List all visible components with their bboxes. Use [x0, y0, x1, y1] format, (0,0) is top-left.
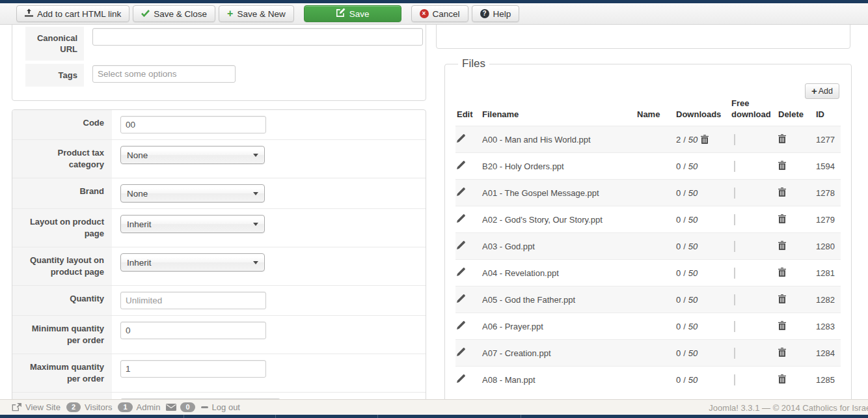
edit-file-icon[interactable] [457, 241, 465, 249]
file-name [636, 286, 675, 313]
edit-file-icon[interactable] [457, 294, 465, 303]
file-row: A05 - God the Father.ppt0/501282 [455, 286, 841, 313]
reset-downloads-icon[interactable] [701, 135, 709, 144]
cancel-icon: × [420, 9, 429, 18]
messages-item[interactable]: 0 [166, 402, 195, 412]
file-row: A03 - God.ppt0/501280 [455, 233, 841, 260]
free-download-checkbox[interactable] [734, 374, 735, 385]
quantity-label: Quantity [12, 286, 112, 315]
free-download-checkbox[interactable] [734, 241, 735, 252]
free-download-checkbox[interactable] [734, 268, 735, 279]
free-download-checkbox[interactable] [734, 188, 735, 199]
save-new-button[interactable]: + Save & New [219, 5, 294, 22]
file-name [636, 340, 675, 367]
min-quantity-label: Minimum quantity per order [12, 316, 112, 354]
delete-file-icon[interactable] [778, 188, 786, 197]
free-download-checkbox[interactable] [734, 161, 735, 172]
pencil-icon [457, 214, 465, 223]
file-row: A02 - God's Story, Our Story.ppt0/501279 [455, 206, 841, 233]
delete-file-icon[interactable] [778, 268, 786, 277]
trash-icon [778, 348, 786, 357]
quantity-input[interactable] [120, 292, 266, 309]
file-filename: A07 - Creation.ppt [481, 340, 636, 367]
brand-label: Brand [12, 178, 112, 208]
delete-file-icon[interactable] [778, 294, 786, 303]
logout-icon [201, 406, 208, 408]
save-close-button[interactable]: Save & Close [133, 5, 215, 22]
upload-icon [25, 8, 33, 19]
trash-icon [778, 214, 786, 223]
files-legend: Files [458, 57, 489, 70]
max-quantity-input[interactable] [120, 360, 266, 378]
button-label: Save [349, 9, 370, 19]
edit-file-icon[interactable] [457, 374, 465, 383]
edit-file-icon[interactable] [457, 321, 465, 329]
layout-product-page-select[interactable]: Inherit [120, 215, 265, 233]
page-bottom-edge [0, 415, 868, 418]
canonical-url-row: Canonical URL [25, 27, 418, 61]
free-download-checkbox[interactable] [734, 348, 735, 359]
file-downloads: 2/50 [675, 126, 730, 153]
save-button[interactable]: Save [304, 5, 401, 22]
delete-file-icon[interactable] [778, 214, 786, 223]
edit-file-icon[interactable] [457, 188, 465, 196]
free-download-checkbox[interactable] [734, 214, 735, 225]
pencil-icon [457, 268, 465, 276]
code-input[interactable] [120, 116, 266, 133]
file-filename: A01 - The Gospel Message.ppt [481, 180, 636, 206]
brand-select[interactable]: None [120, 184, 265, 202]
pencil-icon [457, 134, 465, 143]
edit-file-icon[interactable] [457, 348, 465, 356]
delete-file-icon[interactable] [778, 161, 786, 170]
free-download-checkbox[interactable] [734, 321, 735, 332]
file-id: 1282 [815, 286, 841, 313]
file-name [636, 126, 675, 153]
add-to-cart-html-link-button[interactable]: Add to cart HTML link [16, 5, 129, 22]
file-row: A06 - Prayer.ppt0/501283 [455, 313, 841, 340]
delete-file-icon[interactable] [778, 134, 786, 143]
file-id: 1285 [815, 367, 841, 393]
delete-file-icon[interactable] [778, 348, 786, 357]
header-id: ID [815, 96, 841, 126]
visitors-item[interactable]: 2 Visitors [66, 402, 113, 412]
file-row: A07 - Creation.ppt0/501284 [455, 340, 841, 367]
edit-file-icon[interactable] [457, 268, 465, 276]
file-filename: B20 - Holy Orders.ppt [481, 153, 636, 180]
delete-file-icon[interactable] [778, 321, 786, 330]
quantity-layout-select[interactable]: Inherit [120, 253, 265, 272]
code-row: Code [12, 110, 426, 139]
min-quantity-row: Minimum quantity per order [12, 315, 426, 354]
help-button[interactable]: ? Help [472, 5, 520, 22]
selected-value: None [127, 189, 148, 199]
file-downloads: 0/50 [675, 260, 730, 286]
logout-link[interactable]: Log out [201, 402, 240, 412]
file-filename: A04 - Revelation.ppt [481, 260, 636, 286]
free-download-checkbox[interactable] [734, 134, 735, 145]
edit-file-icon[interactable] [457, 214, 465, 223]
tags-input[interactable] [92, 65, 236, 83]
canonical-url-input[interactable] [92, 28, 423, 46]
brand-row: Brand None [12, 178, 426, 208]
button-label: Cancel [433, 9, 460, 19]
pencil-icon [457, 241, 465, 249]
admin-item[interactable]: 1 Admin [118, 402, 160, 412]
product-tax-category-row: Product tax category None [12, 139, 426, 178]
view-site-link[interactable]: View Site [12, 402, 61, 412]
canonical-url-label: Canonical URL [25, 27, 84, 61]
free-download-checkbox[interactable] [734, 294, 735, 305]
edit-file-icon[interactable] [457, 161, 465, 169]
dropdown-caret-icon [253, 154, 258, 157]
file-filename: A08 - Man.ppt [481, 367, 636, 393]
delete-file-icon[interactable] [778, 241, 786, 250]
edit-file-icon[interactable] [457, 134, 465, 143]
delete-file-icon[interactable] [778, 374, 786, 383]
min-quantity-input[interactable] [120, 322, 266, 339]
view-site-label: View Site [25, 402, 61, 412]
admin-label: Admin [137, 402, 161, 412]
cancel-button[interactable]: × Cancel [411, 5, 468, 22]
product-form-panel: Code Product tax category None Brand Non… [12, 109, 426, 399]
trash-icon [701, 135, 709, 144]
add-file-button[interactable]: + Add [805, 83, 839, 99]
file-filename: A00 - Man and His World.ppt [481, 126, 636, 153]
product-tax-category-select[interactable]: None [120, 146, 265, 164]
